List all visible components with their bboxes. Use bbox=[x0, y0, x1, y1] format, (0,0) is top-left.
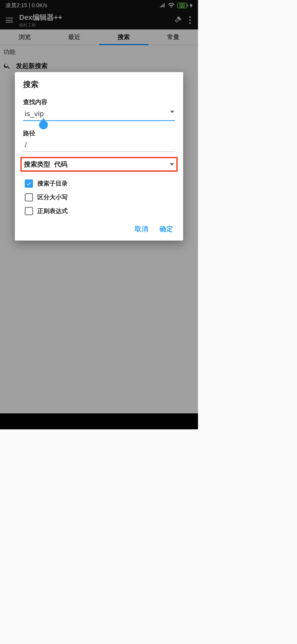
path-label: 路径 bbox=[23, 129, 175, 138]
search-type-row[interactable]: 搜索类型 代码 bbox=[20, 157, 178, 172]
text-cursor-handle[interactable] bbox=[39, 121, 48, 129]
search-type-value: 代码 bbox=[54, 160, 170, 169]
find-history-dropdown[interactable] bbox=[170, 111, 174, 113]
ok-button[interactable]: 确定 bbox=[160, 225, 173, 233]
path-input[interactable] bbox=[23, 140, 175, 152]
chevron-down-icon bbox=[170, 111, 174, 113]
dialog-overlay[interactable]: 搜索 查找内容 路径 搜索类型 代码 搜索子目录 区 bbox=[0, 0, 198, 429]
search-type-label: 搜索类型 bbox=[24, 160, 50, 169]
checkbox-icon bbox=[25, 193, 33, 201]
system-nav-bar bbox=[0, 413, 198, 429]
chevron-down-icon bbox=[170, 163, 174, 166]
option-subdir[interactable]: 搜索子目录 bbox=[25, 177, 175, 190]
option-regex-label: 正则表达式 bbox=[37, 207, 68, 215]
find-input[interactable] bbox=[23, 108, 175, 121]
cancel-button[interactable]: 取消 bbox=[135, 225, 148, 233]
option-subdir-label: 搜索子目录 bbox=[37, 179, 68, 188]
dialog-title: 搜索 bbox=[23, 79, 175, 90]
option-regex[interactable]: 正则表达式 bbox=[25, 204, 175, 218]
find-label: 查找内容 bbox=[23, 98, 175, 106]
option-case-label: 区分大小写 bbox=[37, 193, 68, 201]
search-dialog: 搜索 查找内容 路径 搜索类型 代码 搜索子目录 区 bbox=[15, 72, 183, 241]
checkbox-icon bbox=[25, 207, 33, 215]
option-case[interactable]: 区分大小写 bbox=[25, 190, 175, 204]
checkbox-icon bbox=[25, 179, 33, 188]
